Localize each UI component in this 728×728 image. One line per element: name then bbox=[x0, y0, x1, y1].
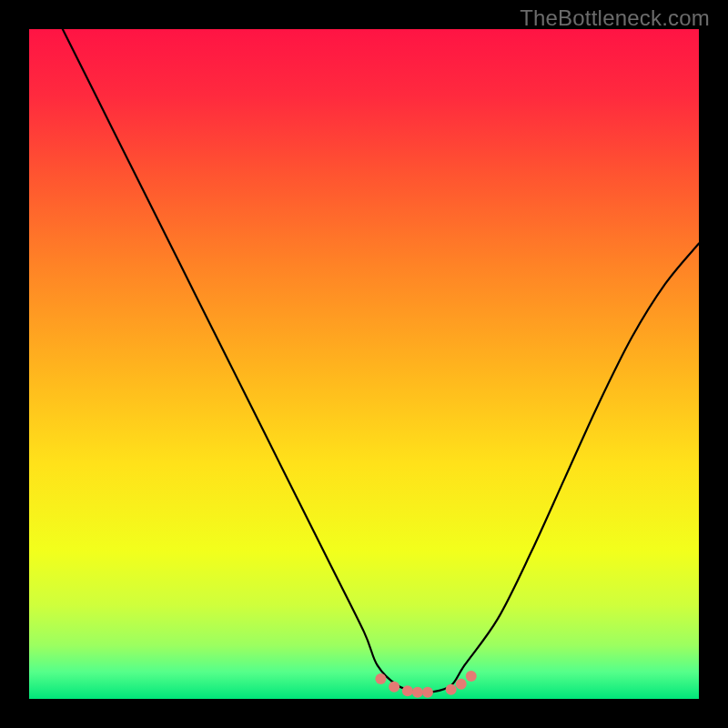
bottom-dot bbox=[456, 679, 467, 690]
bottom-dot bbox=[422, 687, 433, 698]
bottom-dot bbox=[446, 684, 457, 695]
bottom-dot bbox=[412, 687, 423, 698]
bottom-dot bbox=[466, 671, 477, 682]
bottom-dot bbox=[375, 673, 386, 684]
watermark-text: TheBottleneck.com bbox=[520, 5, 710, 31]
bottom-dot bbox=[402, 685, 413, 696]
chart-frame: TheBottleneck.com bbox=[0, 0, 728, 728]
bottleneck-curve bbox=[29, 29, 699, 699]
plot-area bbox=[29, 29, 699, 699]
bottom-dot bbox=[389, 682, 399, 693]
